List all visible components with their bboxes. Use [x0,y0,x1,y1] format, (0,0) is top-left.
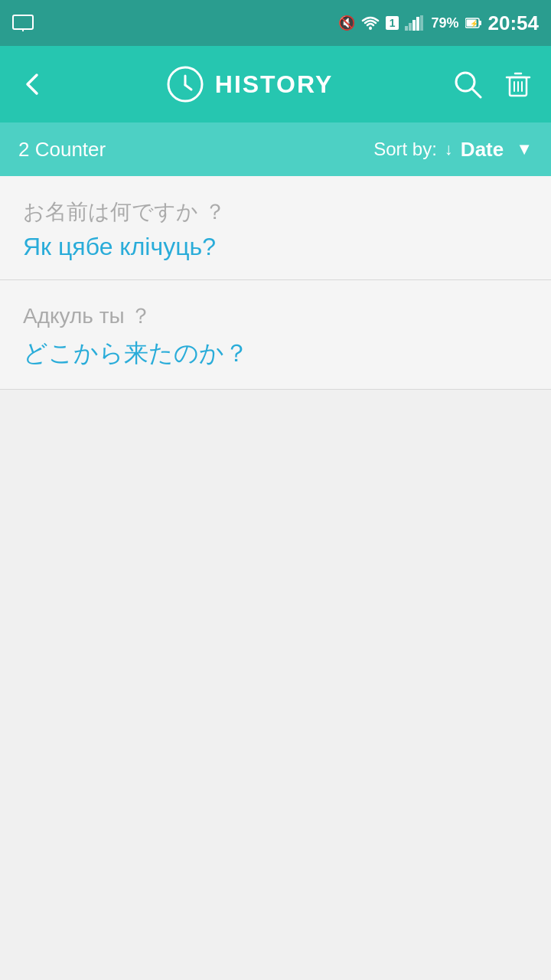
sort-section[interactable]: Sort by: ↓ Date ▼ [373,138,533,162]
translation-item-1[interactable]: お名前は何ですか ？ Як цябе клічуць? [0,176,551,280]
delete-button[interactable] [504,70,533,99]
status-right-icons: 🔇 1 79% ⚡ 20:54 [338,11,539,35]
battery-percentage: 79% [431,15,458,31]
svg-line-17 [472,89,481,97]
clock-icon [166,65,204,103]
svg-rect-10 [479,21,481,25]
app-bar: HISTORY [0,46,551,122]
svg-point-3 [369,27,372,30]
sort-direction-icon: ↓ [445,139,453,159]
mute-icon: 🔇 [338,15,355,31]
svg-rect-6 [412,20,416,31]
svg-rect-0 [13,15,33,29]
svg-rect-4 [405,26,408,31]
signal-icon [405,15,425,31]
search-button[interactable] [453,70,482,99]
counter-label: 2 Counter [18,138,373,162]
translation-item-2[interactable]: Адкуль ты ？ どこから来たのか？ [0,280,551,390]
svg-rect-5 [409,23,412,31]
status-left-icons [12,15,34,31]
status-time: 20:54 [488,11,540,35]
sub-bar: 2 Counter Sort by: ↓ Date ▼ [0,122,551,176]
translation-source-1: お名前は何ですか ？ [23,198,528,227]
back-icon [18,70,46,98]
app-bar-center: HISTORY [166,65,333,103]
translation-result-2: どこから来たのか？ [23,337,528,371]
svg-rect-8 [420,15,423,31]
status-bar: 🔇 1 79% ⚡ 20:54 [0,0,551,46]
svg-line-15 [185,85,191,90]
sim-icon: 1 [386,16,399,30]
sort-dropdown-icon: ▼ [516,139,533,159]
app-bar-title: HISTORY [215,70,333,99]
battery-icon: ⚡ [465,17,482,29]
back-button[interactable] [18,70,46,98]
search-icon [453,70,482,99]
sort-by-label: Sort by: [373,139,437,160]
translation-list: お名前は何ですか ？ Як цябе клічуць? Адкуль ты ？ … [0,176,551,980]
screen-icon [12,15,34,31]
wifi-icon [361,15,380,31]
translation-source-2: Адкуль ты ？ [23,302,528,331]
svg-text:⚡: ⚡ [470,19,479,28]
trash-icon [504,70,533,99]
sort-value: Date [461,138,504,162]
svg-rect-7 [416,17,419,31]
translation-result-1: Як цябе клічуць? [23,233,528,261]
